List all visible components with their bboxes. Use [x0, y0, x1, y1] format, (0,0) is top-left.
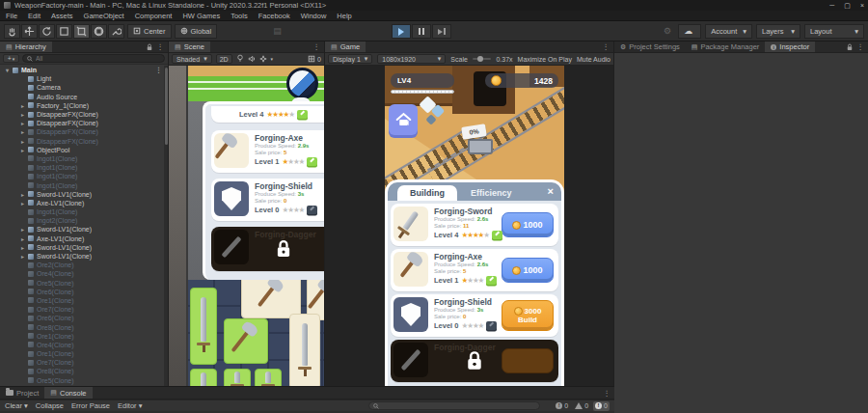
hierarchy-item[interactable]: ▸ Ingot1(Clone) — [0, 207, 168, 216]
transform-tool-button[interactable] — [91, 24, 107, 39]
warning-filter-toggle[interactable]: 0 — [573, 401, 590, 411]
hierarchy-item[interactable]: ▸ Ore1(Clone) — [0, 296, 168, 305]
hierarchy-item[interactable]: ▸ Ore8(Clone) — [0, 367, 168, 375]
error-pause-toggle[interactable]: Error Pause — [71, 401, 110, 410]
expand-arrow[interactable]: ▸ — [21, 191, 28, 198]
upgrade-chip-icon[interactable] — [297, 110, 308, 119]
menu-item[interactable]: File — [6, 12, 17, 20]
custom-tool-button[interactable] — [108, 24, 124, 39]
layout-dropdown[interactable]: Layout▾ — [804, 24, 864, 39]
console-search[interactable] — [368, 401, 540, 410]
grid-cell-sword[interactable] — [289, 314, 320, 386]
hierarchy-item[interactable]: ▸ DisappearFX(Clone) — [0, 127, 168, 136]
shading-mode-dropdown[interactable]: Shaded▾ — [172, 54, 212, 64]
cloud-services-button[interactable]: ☁ — [678, 24, 701, 39]
menu-item[interactable]: GameObject — [84, 12, 124, 20]
kebab-menu-icon[interactable]: ⋮ — [604, 389, 611, 398]
hierarchy-item[interactable]: ▸ Axe-LV1(Clone) — [0, 199, 168, 207]
hierarchy-item[interactable]: ▸ Light — [0, 74, 168, 83]
expand-arrow[interactable]: ▸ — [21, 226, 28, 233]
resolution-dropdown[interactable]: 1080x1920▾ — [377, 54, 446, 64]
display-dropdown[interactable]: Display 1▾ — [328, 54, 372, 64]
rect-tool-button[interactable] — [73, 24, 90, 39]
hierarchy-item[interactable]: ▸ Ore1(Clone) — [0, 349, 168, 358]
hierarchy-item[interactable]: ▸ DisappearFX(Clone) — [0, 119, 168, 127]
hierarchy-scrollbar[interactable] — [164, 66, 168, 386]
card-forging-axe[interactable]: Forging-Axe Produce Speed: 2.6s Sale pri… — [391, 249, 558, 291]
grid-cell-axe[interactable] — [241, 280, 301, 318]
hierarchy-item[interactable]: ▸ Ore6(Clone) — [0, 314, 168, 322]
console-search-input[interactable] — [382, 402, 535, 409]
grid-cell-axe[interactable] — [224, 318, 268, 364]
hierarchy-item[interactable]: ▸ DisappearFX(Clone) — [0, 110, 168, 119]
kebab-menu-icon[interactable]: ⋮ — [857, 42, 865, 51]
hierarchy-item[interactable]: ▸ Ingot2(Clone) — [0, 216, 168, 225]
play-button[interactable] — [392, 24, 411, 39]
minimize-button[interactable]: ─ — [829, 2, 834, 10]
scene-lighting-button[interactable] — [236, 54, 244, 64]
clear-button[interactable]: Clear ▾ — [5, 401, 28, 410]
collapse-arrow[interactable]: ▾ — [6, 67, 13, 73]
expand-arrow[interactable]: ▸ — [21, 102, 28, 109]
expand-arrow[interactable]: ▸ — [21, 235, 28, 242]
upgrade-chip-icon[interactable] — [307, 157, 317, 166]
move-tool-button[interactable] — [21, 24, 38, 39]
hierarchy-item[interactable]: ▸ Sword-LV1(Clone) — [0, 252, 168, 261]
tab-project[interactable]: Project — [0, 387, 44, 399]
hierarchy-item[interactable]: ▸ Ore4(Clone) — [0, 269, 168, 278]
expand-arrow[interactable]: ▸ — [21, 120, 28, 126]
layers-dropdown[interactable]: Layers▾ — [756, 24, 800, 39]
expand-arrow[interactable]: ▸ — [21, 138, 28, 145]
game-screen[interactable]: 0% LV4 1428 — [385, 66, 564, 386]
scale-tool-button[interactable] — [56, 24, 72, 39]
tab-project-settings[interactable]: ⚙ Project Settings — [614, 41, 686, 52]
hierarchy-item[interactable]: ▸ Audio Source — [0, 93, 168, 101]
tab-efficiency[interactable]: Efficiency — [471, 185, 512, 201]
build-shield-button[interactable]: 3000 Build — [502, 300, 554, 331]
create-object-button[interactable]: +▾ — [3, 54, 19, 63]
menu-item[interactable]: Facebook — [258, 12, 290, 20]
close-button[interactable]: × — [860, 2, 864, 10]
hierarchy-item[interactable]: ▸ Ingot1(Clone) — [0, 163, 168, 172]
search-input[interactable] — [36, 55, 160, 62]
grid-cell-sword[interactable] — [224, 369, 251, 386]
hierarchy-item[interactable]: ▸ Sword-LV1(Clone) — [0, 190, 168, 199]
menu-item[interactable]: Window — [301, 12, 327, 20]
2d-toggle-button[interactable]: 2D — [216, 54, 232, 64]
hierarchy-item[interactable]: ▸ Ore6(Clone) — [0, 288, 168, 296]
hierarchy-item[interactable]: ▸ Ingot1(Clone) — [0, 154, 168, 163]
buy-axe-button[interactable]: 1000 — [502, 258, 554, 283]
lock-icon[interactable] — [147, 43, 152, 51]
grid-cell-sword[interactable] — [190, 288, 217, 365]
upgrade-chip-icon[interactable] — [492, 231, 502, 239]
scene-card-forging-shield[interactable]: Forging-Shield Produce Speed: 3s Sale pr… — [211, 179, 324, 221]
hand-tool-button[interactable] — [4, 24, 20, 39]
menu-item[interactable]: Assets — [51, 12, 73, 20]
expand-arrow[interactable]: ▸ — [21, 200, 28, 206]
hierarchy-item[interactable]: ▸ Ore1(Clone) — [0, 385, 168, 386]
maximize-button[interactable]: ▢ — [844, 2, 851, 10]
error-filter-toggle[interactable]: ! 0 — [593, 401, 610, 411]
kebab-menu-icon[interactable]: ⋮ — [313, 42, 321, 51]
global-toggle-button[interactable]: Global — [175, 24, 218, 39]
expand-arrow[interactable]: ▸ — [21, 253, 28, 260]
expand-arrow[interactable]: ▸ — [21, 244, 28, 251]
mine-cart[interactable] — [468, 139, 493, 154]
scale-slider[interactable] — [473, 58, 492, 60]
hierarchy-item[interactable]: ▸ Sword-LV1(Clone) — [0, 225, 168, 234]
editor-dropdown[interactable]: Editor ▾ — [118, 401, 142, 410]
hierarchy-item[interactable]: ▸ Ore4(Clone) — [0, 341, 168, 349]
hierarchy-item[interactable]: ▸ Ore1(Clone) — [0, 332, 168, 341]
expand-arrow[interactable]: ▸ — [21, 111, 28, 118]
hierarchy-item[interactable]: ▸ Ore7(Clone) — [0, 358, 168, 367]
collapse-toggle[interactable]: Collapse — [36, 401, 64, 410]
tab-console[interactable]: ▤ Console — [44, 387, 92, 399]
hierarchy-search[interactable] — [22, 54, 165, 63]
grid-cell-sword[interactable] — [190, 369, 217, 386]
menu-item[interactable]: Edit — [28, 12, 41, 20]
menu-item[interactable]: Component — [135, 12, 173, 20]
lock-icon[interactable] — [847, 43, 853, 51]
tab-hierarchy[interactable]: ▤ Hierarchy — [0, 41, 52, 52]
buy-sword-button[interactable]: 1000 — [502, 212, 554, 237]
expand-arrow[interactable]: ▸ — [21, 147, 28, 153]
